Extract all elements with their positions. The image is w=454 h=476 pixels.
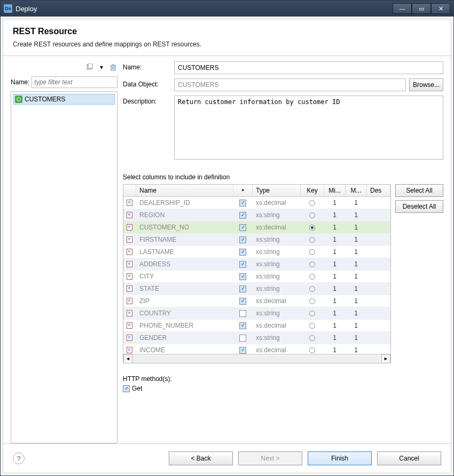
horizontal-scrollbar[interactable]: ◄ ► bbox=[123, 354, 390, 363]
table-row[interactable]: ADDRESSxs:string11 bbox=[123, 258, 390, 271]
row-type-icon bbox=[123, 223, 136, 232]
row-min: 1 bbox=[324, 247, 346, 257]
row-desc bbox=[367, 312, 390, 314]
row-min: 1 bbox=[324, 284, 346, 293]
include-checkbox[interactable] bbox=[233, 199, 253, 208]
back-button[interactable]: < Back bbox=[169, 451, 233, 465]
row-max: 1 bbox=[346, 235, 367, 244]
grid-body[interactable]: DEALERSHIP_IDxs:decimal11REGIONxs:string… bbox=[123, 197, 390, 354]
col-header-key[interactable]: Key bbox=[301, 185, 324, 196]
row-type: xs:decimal bbox=[253, 345, 301, 354]
description-textarea[interactable] bbox=[174, 96, 443, 160]
copy-icon[interactable] bbox=[85, 63, 94, 72]
col-header-include[interactable]: • bbox=[233, 185, 253, 196]
table-row[interactable]: ZIPxs:decimal11 bbox=[123, 295, 390, 307]
dialog-header: REST Resource Create REST resources and … bbox=[3, 19, 451, 56]
cancel-button[interactable]: Cancel bbox=[377, 451, 441, 465]
tree-item-label: CUSTOMERS bbox=[25, 96, 65, 103]
table-row[interactable]: COUNTRYxs:string11 bbox=[123, 307, 390, 320]
col-header-desc[interactable]: Des bbox=[367, 185, 390, 196]
row-min: 1 bbox=[324, 345, 346, 354]
scroll-right-icon[interactable]: ► bbox=[381, 354, 390, 363]
tree-item-customers[interactable]: CUSTOMERS bbox=[13, 94, 115, 105]
finish-button[interactable]: Finish bbox=[308, 451, 372, 465]
resource-tree[interactable]: CUSTOMERS bbox=[11, 91, 118, 443]
include-checkbox[interactable] bbox=[233, 321, 253, 330]
row-type: xs:string bbox=[253, 235, 301, 244]
dataobject-row: Data Object: Browse... bbox=[123, 78, 443, 91]
key-radio[interactable] bbox=[301, 310, 324, 318]
include-checkbox[interactable] bbox=[233, 260, 253, 269]
table-row[interactable]: CITYxs:string11 bbox=[123, 271, 390, 283]
page-subtitle: Create REST resources and define mapping… bbox=[13, 41, 441, 48]
include-checkbox[interactable] bbox=[233, 297, 253, 306]
row-name: REGION bbox=[136, 210, 233, 220]
columns-section-label: Select columns to include in definition bbox=[123, 173, 443, 181]
include-checkbox[interactable] bbox=[233, 309, 253, 318]
dataobject-input[interactable] bbox=[174, 78, 406, 91]
key-radio[interactable] bbox=[301, 297, 324, 305]
columns-area: Name • Type Key Mi... M... Des DEALERSHI… bbox=[123, 184, 443, 363]
include-checkbox[interactable] bbox=[233, 284, 253, 293]
row-type: xs:decimal bbox=[253, 198, 301, 208]
key-radio[interactable] bbox=[301, 334, 324, 342]
key-radio[interactable] bbox=[301, 346, 324, 354]
table-row[interactable]: FIRSTNAMExs:string11 bbox=[123, 234, 390, 246]
name-input[interactable] bbox=[174, 61, 443, 74]
include-checkbox[interactable] bbox=[233, 223, 253, 232]
http-methods-area: HTTP method(s): Get bbox=[123, 375, 443, 392]
deselect-all-button[interactable]: Deselect All bbox=[395, 200, 443, 213]
table-row[interactable]: CUSTOMER_NOxs:decimal11 bbox=[123, 221, 390, 234]
key-radio[interactable] bbox=[301, 260, 324, 268]
row-name: INCOME bbox=[136, 345, 233, 354]
include-checkbox[interactable] bbox=[233, 334, 253, 343]
minimize-button[interactable]: — bbox=[393, 3, 412, 14]
col-header-max[interactable]: M... bbox=[346, 185, 367, 196]
table-row[interactable]: DEALERSHIP_IDxs:decimal11 bbox=[123, 197, 390, 209]
include-checkbox[interactable] bbox=[233, 235, 253, 244]
key-radio[interactable] bbox=[301, 248, 324, 256]
key-radio[interactable] bbox=[301, 199, 324, 207]
row-max: 1 bbox=[346, 321, 367, 330]
col-header-icon[interactable] bbox=[123, 185, 136, 196]
key-radio[interactable] bbox=[301, 322, 324, 330]
help-icon[interactable]: ? bbox=[13, 453, 25, 464]
include-checkbox[interactable] bbox=[233, 248, 253, 257]
row-min: 1 bbox=[324, 210, 346, 220]
table-row[interactable]: LASTNAMExs:string11 bbox=[123, 246, 390, 258]
filter-row: Name: bbox=[11, 76, 118, 88]
key-radio[interactable] bbox=[301, 236, 324, 244]
key-radio[interactable] bbox=[301, 211, 324, 219]
filter-input[interactable] bbox=[32, 76, 118, 88]
include-checkbox[interactable] bbox=[233, 211, 253, 220]
table-row[interactable]: INCOMExs:decimal11 bbox=[123, 344, 390, 354]
row-max: 1 bbox=[346, 223, 367, 232]
http-get-row[interactable]: Get bbox=[123, 385, 443, 392]
key-radio[interactable] bbox=[301, 285, 324, 293]
close-button[interactable]: ✕ bbox=[431, 3, 450, 14]
table-row[interactable]: GENDERxs:string11 bbox=[123, 332, 390, 344]
row-max: 1 bbox=[346, 210, 367, 220]
table-row[interactable]: REGIONxs:string11 bbox=[123, 209, 390, 221]
table-row[interactable]: STATExs:string11 bbox=[123, 283, 390, 295]
select-all-button[interactable]: Select All bbox=[395, 184, 443, 197]
http-get-checkbox[interactable] bbox=[123, 385, 130, 392]
scroll-track[interactable] bbox=[132, 354, 381, 363]
row-type: xs:string bbox=[253, 272, 301, 281]
col-header-type[interactable]: Type bbox=[253, 185, 301, 196]
scroll-left-icon[interactable]: ◄ bbox=[123, 354, 132, 363]
key-radio[interactable] bbox=[301, 224, 324, 232]
include-checkbox[interactable] bbox=[233, 272, 253, 281]
row-type-icon bbox=[123, 199, 136, 207]
include-checkbox[interactable] bbox=[233, 346, 253, 354]
row-type-icon bbox=[123, 235, 136, 244]
key-radio[interactable] bbox=[301, 273, 324, 281]
trash-icon[interactable] bbox=[109, 63, 118, 72]
col-header-name[interactable]: Name bbox=[136, 185, 233, 196]
browse-button[interactable]: Browse... bbox=[409, 78, 443, 91]
col-header-min[interactable]: Mi... bbox=[324, 185, 346, 196]
dropdown-icon[interactable]: ▾ bbox=[97, 63, 106, 72]
table-row[interactable]: PHONE_NUMBERxs:decimal11 bbox=[123, 320, 390, 332]
row-min: 1 bbox=[324, 321, 346, 330]
maximize-button[interactable]: ▭ bbox=[412, 3, 431, 14]
